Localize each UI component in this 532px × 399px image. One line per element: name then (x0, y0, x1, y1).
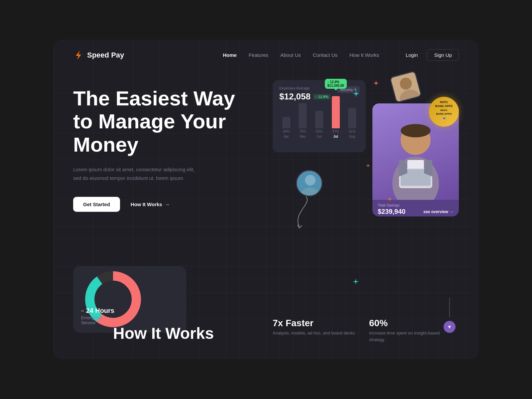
hero-buttons: Get Started How It Works → (73, 197, 246, 212)
person-card-footer: Total Savings $239,940 see overview → (372, 200, 459, 216)
stats-row: 7x Faster Analysis, models, ad hoc, and … (273, 318, 452, 343)
bar-group-may: 76% May (296, 103, 310, 138)
stat-percent: 60% Increase time spent on insight-based… (369, 318, 452, 343)
bar-apr (282, 117, 290, 128)
bar-jun (315, 111, 323, 128)
bar-month-aug: Aug (349, 135, 355, 138)
sparkle-5 (366, 163, 370, 169)
bar-pct-jul: 97% (332, 130, 339, 133)
stat-percent-number: 60% (369, 318, 452, 329)
nav-home[interactable]: Home (223, 52, 237, 58)
logo-text: Speed Pay (87, 51, 124, 60)
hero-title: The Easiest Way to Manage Your Money (73, 87, 246, 156)
bar-month-apr: Apr (284, 135, 289, 138)
bar-month-may: May (300, 135, 306, 138)
bars-wrapper: 34% Apr 76% May 53% Ju (279, 106, 359, 140)
badge-sticker: NO#1 BANK APPS NO#1 BANK APPS 🏅 (429, 97, 459, 127)
scroll-dot[interactable]: ▼ (444, 321, 456, 333)
bar-group-aug: 61% Aug (345, 108, 359, 138)
see-overview-button[interactable]: see overview → (423, 209, 454, 214)
chevron-down-icon: ▾ (354, 87, 356, 92)
stat-percent-desc: Increase time spent on insight-based str… (369, 330, 452, 343)
savings-label: Total Savings (378, 203, 454, 207)
bar-group-jun: 53% Jun (312, 111, 326, 138)
dots-icon: •• (81, 309, 84, 313)
badge-line2: BANK APPS (435, 104, 453, 108)
how-it-works-section: How It Works (113, 325, 214, 342)
bar-month-jun: Jun (317, 135, 322, 138)
stat-faster: 7x Faster Analysis, models, ad hoc, and … (273, 318, 356, 343)
stats-label: Emergency Service (81, 315, 114, 325)
sparkle-4 (352, 278, 359, 286)
profile-photo-2 (296, 170, 323, 197)
login-button[interactable]: Login (406, 52, 418, 58)
bar-pct-aug: 61% (349, 130, 355, 133)
bar-tooltip: ↑ 12.9% $11,345.00 (325, 79, 347, 89)
arrow-icon: → (165, 201, 170, 207)
svg-point-10 (401, 124, 431, 137)
bar-aug (348, 108, 356, 128)
stats-card: •• 24 Hours Emergency Service (73, 266, 186, 332)
badge-line1: NO#1 (435, 100, 453, 104)
bar-pct-jun: 53% (316, 130, 323, 133)
stats-text: •• 24 Hours Emergency Service (81, 307, 114, 325)
savings-amount: $239,940 see overview → (378, 208, 454, 215)
nav-about[interactable]: About Us (280, 52, 301, 58)
chart-area: 34% Apr 76% May 53% Ju (279, 106, 359, 146)
hero-right: Monthly ▾ Expenses Average $12,058 ↑ 12.… (266, 77, 459, 353)
app-container: Speed Pay Home Features About Us Contact… (53, 40, 479, 359)
hero-description: Lorem ipsum dolor sit amet, consectetur … (73, 165, 200, 182)
nav-links: Home Features About Us Contact Us How It… (223, 52, 379, 58)
svg-point-5 (305, 175, 316, 186)
chart-badge: ↑ 12.9% (313, 94, 331, 99)
bar-month-jul: Jul (333, 135, 338, 138)
see-overview-arrow-icon: → (450, 209, 454, 214)
logo: Speed Pay (73, 50, 124, 61)
signup-button[interactable]: Sign Up (427, 49, 459, 61)
logo-icon (73, 50, 84, 61)
nav-features[interactable]: Features (249, 52, 268, 58)
navbar: Speed Pay Home Features About Us Contact… (53, 40, 479, 70)
get-started-button[interactable]: Get Started (73, 197, 120, 212)
bar-group-apr: 34% Apr (279, 117, 293, 138)
bar-pct-apr: 34% (283, 130, 290, 133)
bar-may (299, 103, 307, 128)
svg-marker-0 (76, 51, 81, 60)
stats-hours: •• 24 Hours (81, 307, 114, 315)
bar-group-jul: ↑ 12.9% $11,345.00 97% Jul (329, 96, 343, 138)
stat-faster-number: 7x Faster (273, 318, 356, 329)
stat-faster-desc: Analysis, models, ad hoc, and board deck… (273, 330, 356, 336)
chart-card: Monthly ▾ Expenses Average $12,058 ↑ 12.… (273, 80, 366, 152)
scroll-line (449, 298, 450, 318)
nav-contact[interactable]: Contact Us (313, 52, 337, 58)
how-it-works-title: How It Works (113, 325, 214, 342)
bar-pct-may: 76% (299, 130, 306, 133)
nav-how-it-works[interactable]: How It Works (349, 52, 379, 58)
scroll-down-icon: ▼ (447, 324, 452, 330)
scroll-indicator: ▼ (444, 298, 456, 333)
nav-actions: Login Sign Up (406, 49, 459, 61)
profile-photo-1 (389, 70, 422, 103)
sparkle-2 (373, 80, 379, 87)
bar-jul: ↑ 12.9% $11,345.00 (332, 96, 340, 128)
how-it-works-button[interactable]: How It Works → (131, 201, 170, 207)
arrow-decoration (286, 193, 313, 234)
